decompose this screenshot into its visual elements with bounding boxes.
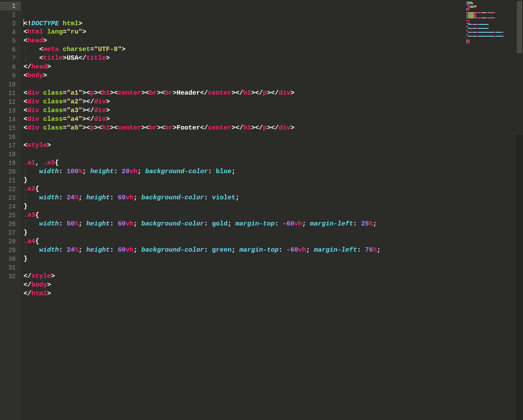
token-tag: br: [149, 89, 157, 97]
code-line[interactable]: }: [24, 202, 523, 211]
code-line[interactable]: │ width: 24%; height: 60vh; background-c…: [24, 194, 523, 202]
token-str: "a5": [67, 124, 82, 132]
code-line[interactable]: [24, 80, 523, 89]
code-line[interactable]: <div class="a1"><p><h1><center><br><br>H…: [24, 89, 523, 98]
code-area[interactable]: <!DOCTYPE html><html lang="ru"><head>│ <…: [21, 0, 523, 420]
line-number-gutter[interactable]: 1234567891011121314151617181920212223242…: [0, 0, 21, 420]
line-number[interactable]: 24: [0, 202, 21, 211]
code-line[interactable]: }: [24, 255, 523, 263]
line-number[interactable]: 1: [0, 2, 21, 10]
code-line[interactable]: <div class="a4"></div>: [24, 115, 523, 124]
line-number[interactable]: 30: [0, 255, 21, 263]
token-num: 60: [118, 220, 126, 228]
line-number[interactable]: 27: [0, 229, 21, 237]
token-pun: {: [35, 238, 39, 245]
code-line[interactable]: <div class="a3"></div>: [24, 106, 523, 115]
scrollbar-thumb[interactable]: [517, 1, 522, 53]
token-pun: >: [173, 124, 177, 132]
line-number[interactable]: 19: [0, 159, 21, 167]
line-number[interactable]: 21: [0, 176, 21, 185]
token-pun: ><: [82, 124, 90, 132]
token-pun: :: [59, 194, 67, 201]
line-number[interactable]: 13: [0, 106, 21, 115]
code-line[interactable]: .a1, .a5{: [24, 159, 523, 167]
token-pun: {: [35, 212, 39, 219]
line-number[interactable]: 32: [0, 272, 21, 281]
vertical-scrollbar[interactable]: [516, 0, 523, 420]
code-line[interactable]: <style>: [24, 141, 523, 150]
line-number[interactable]: 20: [0, 167, 21, 176]
token-text: Footer: [177, 124, 200, 132]
token-num: 76: [365, 246, 373, 254]
line-number[interactable]: 4: [0, 28, 21, 37]
line-number[interactable]: 8: [0, 63, 21, 72]
code-line[interactable]: │ <title>USA</title>: [24, 54, 523, 63]
token-attr: class: [43, 98, 63, 106]
code-line[interactable]: │ <meta charset="UTF-8">: [24, 45, 523, 54]
code-line[interactable]: }: [24, 229, 523, 237]
token-tag: style: [31, 273, 51, 280]
token-pun: >: [47, 63, 51, 71]
code-line[interactable]: }: [24, 176, 523, 185]
code-line[interactable]: </body>: [24, 281, 523, 290]
code-line[interactable]: │ width: 50%; height: 60vh; background-c…: [24, 220, 523, 229]
code-line[interactable]: <div class="a5"><p><h1><center><br><br>F…: [24, 124, 523, 133]
token-num: 60: [118, 194, 126, 201]
line-number[interactable]: 29: [0, 246, 21, 255]
token-pun: }: [24, 177, 27, 184]
code-line[interactable]: </head>: [24, 63, 523, 72]
line-number[interactable]: 11: [0, 89, 21, 98]
code-line[interactable]: .a4{: [24, 237, 523, 246]
token-pun: ><: [110, 89, 118, 97]
code-line[interactable]: │ width: 24%; height: 60vh; background-c…: [24, 246, 523, 255]
token-pun: }: [24, 203, 27, 210]
code-line[interactable]: [24, 263, 523, 272]
line-number[interactable]: 3: [0, 19, 21, 28]
token-pun: </: [24, 290, 31, 297]
line-number[interactable]: 28: [0, 237, 21, 246]
line-number[interactable]: 12: [0, 98, 21, 106]
line-number[interactable]: 7: [0, 54, 21, 63]
line-number[interactable]: 22: [0, 185, 21, 194]
line-number[interactable]: 26: [0, 220, 21, 229]
code-line[interactable]: <body>: [24, 72, 523, 80]
token-pun: ><: [94, 124, 102, 132]
token-tag: center: [208, 124, 231, 132]
token-pun: ></: [267, 124, 278, 132]
line-number[interactable]: 15: [0, 124, 21, 133]
code-line[interactable]: .a2{: [24, 185, 523, 194]
token-tag: div: [27, 98, 39, 106]
line-number[interactable]: 17: [0, 141, 21, 150]
token-pun: :: [275, 220, 282, 228]
token-tag: div: [27, 89, 39, 97]
code-line[interactable]: [24, 150, 523, 159]
token-pun: ;: [231, 168, 235, 175]
code-line[interactable]: .a3{: [24, 211, 523, 220]
code-line[interactable]: <div class="a2"></div>: [24, 98, 523, 106]
code-line[interactable]: <!DOCTYPE html>: [24, 19, 523, 28]
code-line[interactable]: </html>: [24, 290, 523, 298]
code-line[interactable]: <head>: [24, 37, 523, 45]
line-number[interactable]: 2: [0, 10, 21, 19]
token-unit: vh: [126, 246, 133, 254]
line-number[interactable]: 23: [0, 194, 21, 202]
token-pun: ></: [251, 89, 263, 97]
line-number[interactable]: 10: [0, 80, 21, 89]
line-number[interactable]: 31: [0, 263, 21, 272]
code-line[interactable]: <html lang="ru">: [24, 28, 523, 37]
code-editor[interactable]: 1234567891011121314151617181920212223242…: [0, 0, 523, 420]
code-line[interactable]: </style>: [24, 272, 523, 281]
line-number[interactable]: 25: [0, 211, 21, 220]
line-number[interactable]: 16: [0, 133, 21, 141]
code-line[interactable]: │ width: 100%; height: 20vh; background-…: [24, 167, 523, 176]
token-pun: :: [353, 220, 361, 228]
line-number[interactable]: 6: [0, 45, 21, 54]
line-number[interactable]: 5: [0, 37, 21, 45]
line-number[interactable]: 9: [0, 72, 21, 80]
code-line[interactable]: [24, 133, 523, 141]
line-number[interactable]: 14: [0, 115, 21, 124]
token-tag: .a4: [24, 238, 35, 245]
token-num: 25: [361, 220, 369, 228]
token-pun: ;: [235, 194, 239, 201]
line-number[interactable]: 18: [0, 150, 21, 159]
